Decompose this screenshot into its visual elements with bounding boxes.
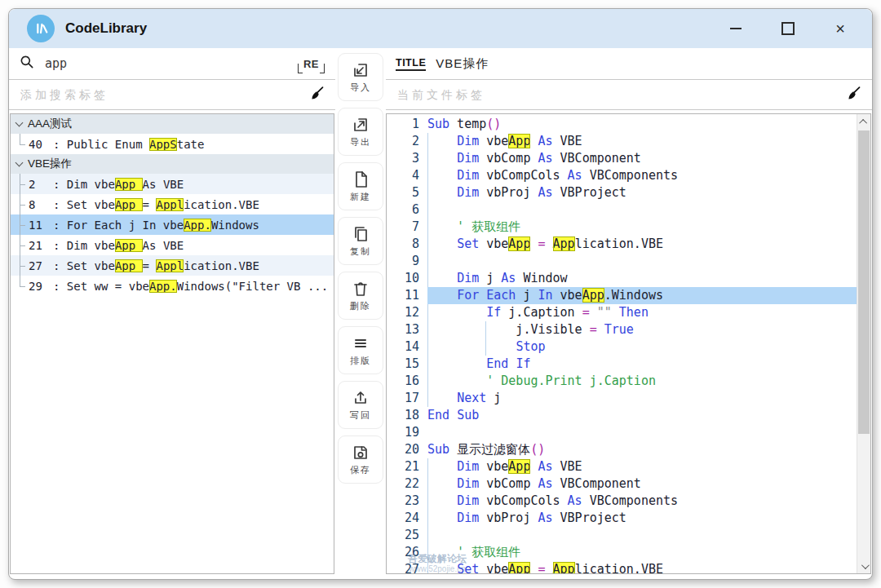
scrollbar-thumb[interactable] <box>858 130 870 434</box>
code-text <box>427 527 857 544</box>
clear-tags-broom-icon[interactable] <box>308 85 325 105</box>
search-match-highlight: App <box>553 237 575 251</box>
code-line[interactable]: 16 ' Debug.Print j.Caption <box>387 373 857 390</box>
line-number: 27 <box>387 561 427 573</box>
tree-guide <box>11 214 29 235</box>
line-number: 11 <box>387 287 427 304</box>
code-area[interactable]: 1Sub temp()2 Dim vbeApp As VBE3 Dim vbCo… <box>387 114 857 573</box>
code-text: Dim vbProj As VBProject <box>427 184 857 201</box>
code-line[interactable]: 12 If j.Caption = "" Then <box>387 304 857 321</box>
group-header[interactable]: AAA测试 <box>11 114 334 134</box>
search-match-highlight: AppS <box>149 138 177 151</box>
titlebar: CodeLibrary × <box>9 9 872 48</box>
snippet-text: Public Enum <box>67 138 149 151</box>
app-logo-icon <box>27 15 55 42</box>
snippet-text: Set vbe <box>67 259 115 272</box>
list-item[interactable]: 40: Public Enum AppState <box>11 134 334 154</box>
search-tag-input[interactable] <box>19 87 308 102</box>
file-tag-input[interactable] <box>396 87 845 102</box>
scroll-down-button[interactable] <box>857 559 870 573</box>
line-number: 24 <box>387 510 427 527</box>
code-text: j.Visible = True <box>427 321 857 338</box>
close-button[interactable]: × <box>831 20 849 38</box>
search-match-highlight: App <box>115 198 143 211</box>
code-line[interactable]: 3 Dim vbComp As VBComponent <box>387 150 857 167</box>
code-line[interactable]: 22 Dim vbComp As VBComponent <box>387 475 857 493</box>
code-line[interactable]: 9 <box>387 253 857 270</box>
snippet-text: Set ww = vbe <box>67 280 149 293</box>
tree-guide <box>11 194 29 214</box>
line-number: 6 <box>387 201 427 219</box>
code-line[interactable]: 19 <box>387 424 857 441</box>
tool-label: 新建 <box>350 191 371 203</box>
code-line[interactable]: 23 Dim vbCompCols As VBComponents <box>387 493 857 510</box>
snippet-text: Dim vbe <box>67 178 115 191</box>
code-line[interactable]: 1Sub temp() <box>387 116 857 133</box>
scroll-up-button[interactable] <box>857 114 870 129</box>
code-line[interactable]: 25 <box>387 527 857 544</box>
code-text <box>427 253 857 270</box>
line-number: 19 <box>387 424 427 441</box>
code-line[interactable]: 26 ' 获取组件 <box>387 544 857 561</box>
code-text: For Each j In vbeApp.Windows <box>427 287 857 304</box>
vertical-scrollbar[interactable] <box>857 114 870 573</box>
copy-button[interactable]: 复制 <box>338 217 383 265</box>
minimize-icon <box>730 28 742 29</box>
group-header[interactable]: VBE操作 <box>11 154 334 174</box>
delete-button[interactable]: 删除 <box>338 272 383 320</box>
search-match-highlight: App <box>115 178 143 191</box>
code-line[interactable]: 27 Set vbeApp = Application.VBE <box>387 561 857 573</box>
code-line[interactable]: 11 For Each j In vbeApp.Windows <box>387 287 857 304</box>
line-number: 5 <box>387 184 427 201</box>
list-item[interactable]: 21: Dim vbeApp As VBE <box>11 235 334 255</box>
code-line[interactable]: 14 Stop <box>387 338 857 356</box>
code-line[interactable]: 2 Dim vbeApp As VBE <box>387 133 857 150</box>
search-tag-row <box>9 80 335 110</box>
clear-file-tags-broom-icon[interactable] <box>845 85 862 105</box>
list-item[interactable]: 27: Set vbeApp = Application.VBE <box>11 255 334 276</box>
code-line[interactable]: 6 <box>387 201 857 219</box>
app-title: CodeLibrary <box>65 20 147 37</box>
save-button[interactable]: 保存 <box>338 435 383 484</box>
code-text: Sub temp() <box>427 116 857 133</box>
format-icon <box>351 334 370 353</box>
colon: : <box>53 280 67 293</box>
list-item[interactable]: 11: For Each j In vbeApp.Windows <box>11 214 334 235</box>
tree-guide <box>11 134 29 154</box>
title-field-input[interactable] <box>434 56 862 72</box>
code-line[interactable]: 17 Next j <box>387 390 857 407</box>
list-item[interactable]: 8: Set vbeApp = Application.VBE <box>11 194 334 214</box>
snippet-text: Windows <box>211 219 259 232</box>
list-item[interactable]: 2: Dim vbeApp As VBE <box>11 174 334 194</box>
code-line[interactable]: 24 Dim vbProj As VBProject <box>387 510 857 527</box>
code-line[interactable]: 10 Dim j As Window <box>387 270 857 287</box>
list-item[interactable]: 29: Set ww = vbeApp.Windows("Filter VB .… <box>11 276 334 296</box>
code-line[interactable]: 4 Dim vbCompCols As VBComponents <box>387 167 857 184</box>
line-number: 7 <box>387 219 427 236</box>
maximize-button[interactable] <box>779 20 797 38</box>
format-button[interactable]: 排版 <box>338 326 383 374</box>
code-line[interactable]: 20Sub 显示过滤窗体() <box>387 441 857 458</box>
search-match-highlight: Appl <box>156 198 184 211</box>
code-line[interactable]: 7 ' 获取组件 <box>387 219 857 236</box>
code-line[interactable]: 21 Dim vbeApp As VBE <box>387 458 857 475</box>
code-line[interactable]: 13 j.Visible = True <box>387 321 857 338</box>
minimize-button[interactable] <box>727 20 745 38</box>
new-file-button[interactable]: 新建 <box>338 162 383 210</box>
colon: : <box>53 138 67 151</box>
code-line[interactable]: 18End Sub <box>387 407 857 424</box>
code-line[interactable]: 5 Dim vbProj As VBProject <box>387 184 857 201</box>
window-controls: × <box>727 20 861 38</box>
search-panel: RE AAA测试40: Public Enum AppStateVBE操作2: … <box>9 48 335 579</box>
import-button[interactable]: 导入 <box>338 53 383 101</box>
line-number: 2 <box>387 133 427 150</box>
write-back-button[interactable]: 写回 <box>338 381 383 429</box>
code-line[interactable]: 15 End If <box>387 356 857 373</box>
export-button[interactable]: 导出 <box>338 108 383 156</box>
line-number: 13 <box>387 321 427 338</box>
code-line[interactable]: 8 Set vbeApp = Application.VBE <box>387 236 857 253</box>
search-input[interactable] <box>43 55 302 72</box>
regex-toggle-icon[interactable]: RE <box>302 58 321 70</box>
line-ref: 8 <box>29 198 53 211</box>
code-text: Set vbeApp = Application.VBE <box>427 561 857 573</box>
